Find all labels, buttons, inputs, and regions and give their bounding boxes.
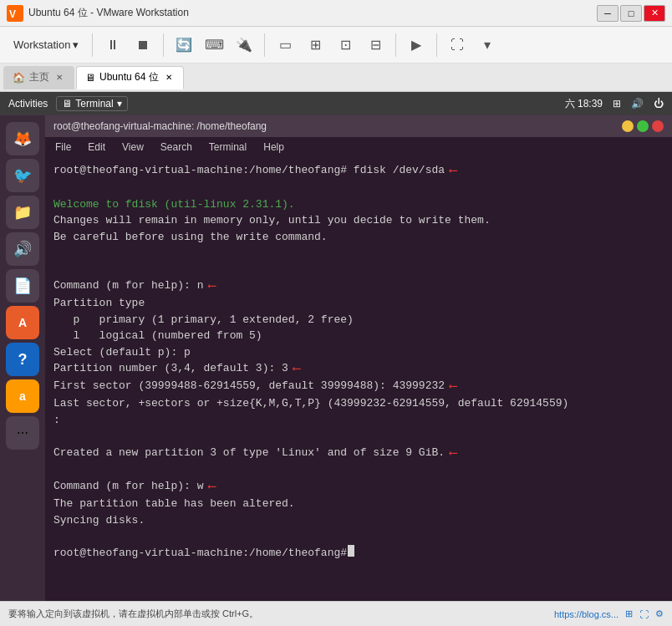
fullscreen-button[interactable]: ⛶ xyxy=(444,32,471,59)
view-button-1[interactable]: ▭ xyxy=(272,32,298,59)
toolbar-sep-4 xyxy=(395,33,396,57)
toolbar-icon-2[interactable]: ⏹ xyxy=(130,32,156,59)
screen-status-icon: ⛶ xyxy=(639,609,649,619)
view-button-2[interactable]: ⊞ xyxy=(302,32,328,59)
window-controls: ─ □ ✕ xyxy=(597,5,665,22)
view-button-3[interactable]: ⊡ xyxy=(332,32,359,59)
minimize-button[interactable]: ─ xyxy=(597,5,619,22)
toolbar-sep-2 xyxy=(163,33,164,57)
amazon-icon[interactable]: a xyxy=(6,379,39,413)
dropdown-arrow: ▾ xyxy=(73,38,79,51)
volume-icon[interactable]: 🔊 xyxy=(631,98,644,109)
table-row: First sector (39999488-62914559, default… xyxy=(53,378,664,395)
terminal-menubar: File Edit View Search Terminal Help xyxy=(45,137,672,157)
ubuntu-tab-close[interactable]: ✕ xyxy=(163,72,175,84)
window-title: Ubuntu 64 位 - VMware Workstation xyxy=(28,6,592,20)
table-row xyxy=(53,262,664,278)
terminal-window: root@theofang-virtual-machine: /home/the… xyxy=(45,115,672,601)
terminal-close[interactable] xyxy=(652,120,664,132)
workstation-label: Workstation xyxy=(13,38,70,51)
table-row: : xyxy=(53,412,664,429)
terminal-menu[interactable]: 🖥 Terminal ▾ xyxy=(56,96,127,111)
toolbar-sep-3 xyxy=(264,33,265,57)
svg-text:V: V xyxy=(9,8,16,20)
activities-button[interactable]: Activities xyxy=(8,98,48,109)
table-row: Partition type xyxy=(53,295,664,312)
title-bar: V Ubuntu 64 位 - VMware Workstation ─ □ ✕ xyxy=(0,0,672,27)
usb-button[interactable]: 🔌 xyxy=(231,32,257,59)
table-row: l logical (numbered from 5) xyxy=(53,328,664,344)
close-button[interactable]: ✕ xyxy=(644,5,665,22)
fullscreen-dropdown[interactable]: ▾ xyxy=(474,32,501,59)
power-icon[interactable]: ⏻ xyxy=(654,98,664,109)
table-row: The partition table has been altered. xyxy=(53,496,664,512)
table-row: Partition number (3,4, default 3): 3 ⟵ xyxy=(53,360,664,378)
menu-view[interactable]: View xyxy=(119,140,147,155)
software-center-icon[interactable]: A xyxy=(6,306,39,339)
terminal-dropdown-arrow: ▾ xyxy=(117,98,122,109)
maximize-button[interactable]: □ xyxy=(620,5,642,22)
home-tab-label: 主页 xyxy=(29,70,49,84)
settings-status-icon: ⚙ xyxy=(655,608,664,619)
table-row xyxy=(53,428,664,445)
status-message: 要将输入定向到该虚拟机，请在虚拟机内部单击或按 Ctrl+G。 xyxy=(8,608,258,620)
table-row xyxy=(53,528,664,545)
table-row: Welcome to fdisk (util-linux 2.31.1). xyxy=(53,196,664,213)
table-row: Be careful before using the write comman… xyxy=(53,229,664,246)
tabs-row: 🏠 主页 ✕ 🖥 Ubuntu 64 位 ✕ xyxy=(0,64,672,92)
vmware-icon: V xyxy=(7,5,23,22)
home-tab-close[interactable]: ✕ xyxy=(53,72,65,84)
menu-file[interactable]: File xyxy=(52,140,74,155)
terminal-window-controls xyxy=(622,120,664,132)
network-icon: ⊞ xyxy=(613,98,621,109)
table-row: root@theofang-virtual-machine:/home/theo… xyxy=(53,162,664,180)
table-row: Command (m for help): n ⟵ xyxy=(53,277,664,295)
table-row: Select (default p): p xyxy=(53,344,664,361)
tab-ubuntu[interactable]: 🖥 Ubuntu 64 位 ✕ xyxy=(76,66,184,89)
toolbar-sep-5 xyxy=(436,33,437,57)
console-button[interactable]: ▶ xyxy=(403,32,430,59)
firefox-icon[interactable]: 🦊 xyxy=(6,122,39,155)
libreoffice-icon[interactable]: 📄 xyxy=(6,269,39,303)
ubuntu-container: Activities 🖥 Terminal ▾ 六 18:39 ⊞ 🔊 ⏻ 🦊 … xyxy=(0,92,672,601)
terminal-maximize[interactable] xyxy=(637,120,649,132)
blog-link[interactable]: https://blog.cs... xyxy=(554,609,619,619)
ubuntu-sidebar: 🦊 🐦 📁 🔊 📄 A ? a ⋯ xyxy=(0,115,45,601)
tab-home[interactable]: 🏠 主页 ✕ xyxy=(3,66,74,89)
terminal-titlebar: root@theofang-virtual-machine: /home/the… xyxy=(45,115,672,137)
pause-button[interactable]: ⏸ xyxy=(99,32,126,59)
workstation-menu[interactable]: Workstation ▾ xyxy=(7,35,85,54)
ubuntu-icon: 🖥 xyxy=(85,72,95,84)
rhythmbox-icon[interactable]: 🔊 xyxy=(6,232,39,266)
table-row: Changes will remain in memory only, unti… xyxy=(53,212,664,229)
menu-search[interactable]: Search xyxy=(157,140,196,155)
send-key-button[interactable]: ⌨ xyxy=(201,32,227,59)
view-button-4[interactable]: ⊟ xyxy=(362,32,389,59)
table-row xyxy=(53,245,664,262)
thunderbird-icon[interactable]: 🐦 xyxy=(6,159,39,192)
snapshot-button[interactable]: 🔄 xyxy=(171,32,197,59)
terminal-title-text: root@theofang-virtual-machine: /home/the… xyxy=(53,120,267,132)
table-row xyxy=(53,180,664,196)
apps-grid-icon[interactable]: ⋯ xyxy=(6,416,39,450)
topbar-right: 六 18:39 ⊞ 🔊 ⏻ xyxy=(565,97,664,111)
menu-terminal[interactable]: Terminal xyxy=(206,140,250,155)
ubuntu-topbar: Activities 🖥 Terminal ▾ 六 18:39 ⊞ 🔊 ⏻ xyxy=(0,92,672,115)
table-row xyxy=(53,462,664,479)
table-row: Last sector, +sectors or +size{K,M,G,T,P… xyxy=(53,395,664,412)
status-bar-right: https://blog.cs... ⊞ ⛶ ⚙ xyxy=(554,608,664,619)
terminal-minimize[interactable] xyxy=(622,120,634,132)
files-icon[interactable]: 📁 xyxy=(6,196,39,229)
terminal-icon: 🖥 xyxy=(62,98,72,109)
terminal-prompt-line: root@theofang-virtual-machine:/home/theo… xyxy=(53,545,664,562)
terminal-content[interactable]: root@theofang-virtual-machine:/home/theo… xyxy=(45,157,672,601)
main-content: Activities 🖥 Terminal ▾ 六 18:39 ⊞ 🔊 ⏻ 🦊 … xyxy=(0,92,672,601)
table-row: Command (m for help): w ⟵ xyxy=(53,478,664,496)
menu-edit[interactable]: Edit xyxy=(84,140,109,155)
terminal-cursor xyxy=(348,545,354,557)
network-status-icon: ⊞ xyxy=(625,608,633,619)
status-bar: 要将输入定向到该虚拟机，请在虚拟机内部单击或按 Ctrl+G。 https://… xyxy=(0,601,672,626)
table-row: Created a new partition 3 of type 'Linux… xyxy=(53,445,664,462)
help-icon[interactable]: ? xyxy=(6,343,39,376)
menu-help[interactable]: Help xyxy=(260,140,288,155)
